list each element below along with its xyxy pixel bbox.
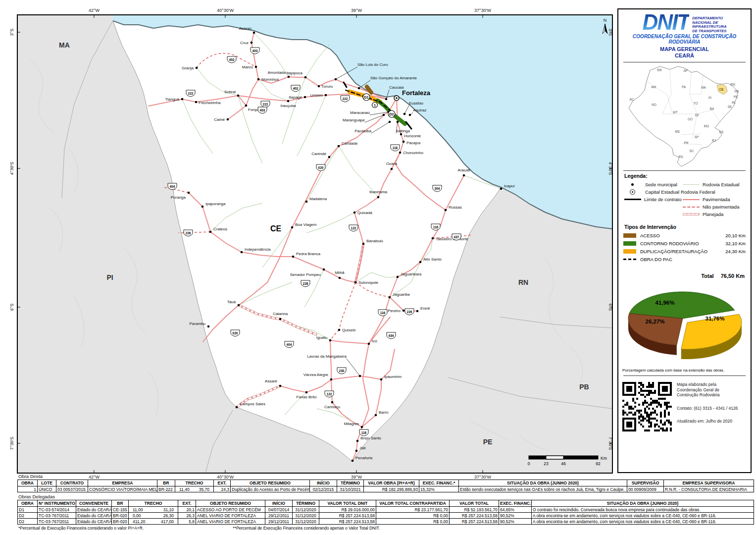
legend: Sede municipalRodovia EstadualCapital Es… (622, 182, 747, 217)
table-cell: D2 (18, 513, 38, 519)
city-dot (385, 98, 388, 101)
table-cell: ACESSO AO PORTO DE PECÉM (196, 507, 265, 513)
svg-text:SC: SC (689, 149, 694, 153)
table-cell: R$ 52.193.561,70 (450, 507, 499, 513)
svg-text:Pedra Branca: Pedra Branca (296, 252, 320, 256)
road-shield: 116 (391, 145, 400, 151)
city-dot (409, 114, 411, 116)
city-dot (463, 174, 465, 177)
svg-text:40°30'W: 40°30'W (217, 8, 234, 13)
svg-text:São Luis do Curu: São Luis do Curu (357, 62, 388, 67)
road-shield: 437 (452, 234, 461, 240)
city-dot (325, 94, 327, 97)
svg-text:122: 122 (351, 226, 356, 230)
intervention-km: 32,10 Km (725, 241, 746, 246)
svg-text:Icó: Icó (372, 339, 377, 343)
table-cell: 5,8 (178, 519, 196, 525)
intervention-swatch (623, 233, 636, 238)
table-header: EXT. (178, 500, 196, 507)
mapa-gerencial-page: MAPIRNPBPECE AcaraúCruzMarcoMorrinhosGra… (0, 0, 756, 535)
table-cell: R$ 257.224.513,58 (450, 519, 499, 525)
city-dot (237, 95, 240, 97)
svg-text:RO: RO (652, 103, 656, 107)
intervention-label: CONTORNO RODOVIÁRIO (640, 241, 725, 246)
table-cell: R$ 23.177.561,70 (376, 507, 450, 513)
svg-text:Quixadá: Quixadá (357, 211, 372, 215)
city-dot (304, 76, 307, 79)
svg-text:Várzea Alegre: Várzea Alegre (303, 373, 329, 377)
svg-text:230: 230 (339, 369, 345, 373)
table-header: VALOR TOTAL (450, 500, 499, 507)
city-dot (318, 85, 320, 88)
table-cell: 00 00909/2009 (627, 486, 664, 492)
road-shield: 122 (325, 391, 334, 397)
city-dot (288, 76, 290, 78)
road-shield: 222 (341, 96, 350, 102)
city-dot (279, 318, 282, 321)
city-dot (419, 261, 422, 264)
table-cell: ÚNICO (38, 486, 56, 492)
svg-text:BA: BA (709, 107, 714, 110)
svg-text:D1: D1 (364, 95, 369, 100)
svg-text:Sobral: Sobral (224, 90, 236, 94)
svg-text:116: 116 (380, 311, 386, 315)
city-dot (358, 87, 360, 90)
table-header: INÍCIO (310, 480, 337, 486)
city-dot (291, 226, 294, 229)
obras-delegadas-table: OBRANº INSTRUMENTOCONVENENTEBRTRECHOEXT.… (17, 500, 754, 525)
road-shield: 404 (285, 341, 294, 348)
svg-text:403: 403 (260, 108, 265, 112)
svg-text:TO: TO (693, 102, 698, 105)
intervention-label: DUPLICAÇÃO/RESTAURAÇÃO (640, 249, 725, 254)
divider (623, 375, 746, 376)
svg-text:437: 437 (454, 235, 459, 239)
table-cell: 20,1 (178, 507, 196, 513)
intervention-swatch (623, 241, 636, 246)
city-dot (196, 67, 198, 69)
svg-text:Amontada: Amontada (268, 70, 286, 75)
svg-text:222: 222 (343, 97, 348, 101)
svg-text:Cruz: Cruz (240, 41, 249, 45)
svg-text:RN: RN (730, 83, 735, 86)
table-cell: BR-020 (112, 519, 129, 525)
divider (623, 170, 746, 171)
table-header: BR (157, 480, 175, 486)
svg-text:GO: GO (687, 117, 692, 121)
svg-text:Penaforte: Penaforte (355, 456, 373, 460)
city-dot (432, 237, 434, 240)
svg-text:Iguatu: Iguatu (316, 335, 327, 340)
svg-text:226: 226 (407, 310, 412, 314)
city-dot (400, 133, 403, 136)
svg-text:Campos Sales: Campos Sales (240, 402, 265, 406)
city-dot (323, 268, 325, 271)
table-cell: 26,3 (178, 513, 196, 519)
svg-text:Acaraú: Acaraú (239, 26, 252, 31)
table-cell: 15,32% (419, 486, 459, 492)
svg-text:Milhã: Milhã (335, 270, 345, 275)
svg-text:Caridade: Caridade (342, 141, 358, 146)
svg-text:402: 402 (293, 87, 299, 90)
svg-text:Icapuí: Icapuí (504, 184, 515, 188)
city-dot (328, 156, 331, 159)
svg-text:Granja: Granja (182, 66, 194, 70)
svg-text:PE: PE (483, 438, 493, 446)
legend-label: Pavimentada (703, 197, 730, 202)
city-dot (368, 343, 370, 345)
table-cell: D2 (18, 519, 38, 525)
svg-text:116: 116 (393, 146, 398, 150)
city-dot (416, 310, 419, 313)
brazil-outline (629, 66, 738, 166)
city-dot (253, 32, 255, 34)
svg-text:Itaitinga: Itaitinga (396, 129, 410, 133)
city-dot (377, 196, 380, 199)
table-cell: TC-03-767/2011 (38, 513, 76, 519)
svg-text:AM: AM (651, 85, 656, 89)
city-dot (445, 209, 447, 212)
svg-text:Russas: Russas (449, 205, 462, 210)
svg-text:Ibaretama: Ibaretama (369, 190, 388, 194)
city-dot (257, 78, 260, 81)
city-dot (292, 256, 295, 258)
panel-header: DNIT DEPARTAMENTO NACIONAL DE INFRAESTRU… (618, 9, 751, 60)
table-header: BR (112, 500, 129, 507)
svg-text:404: 404 (287, 343, 292, 346)
